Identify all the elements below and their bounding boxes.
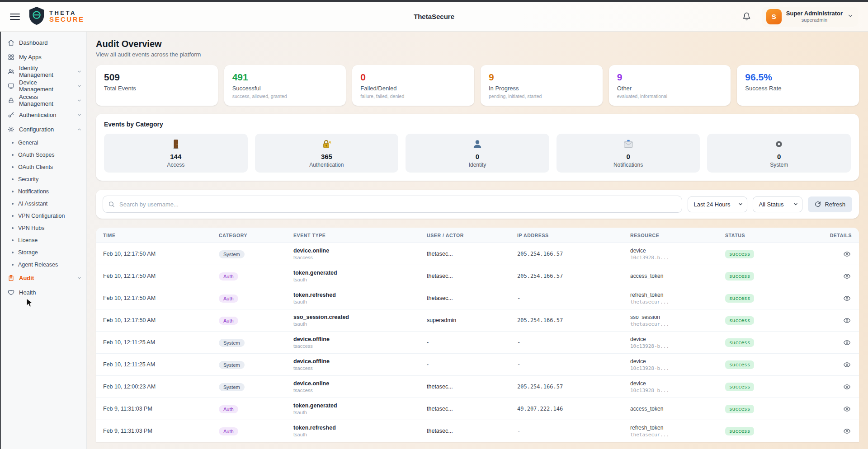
- window-left-edge: [0, 32, 1, 449]
- eye-icon[interactable]: [842, 382, 852, 392]
- sidebar-item-license[interactable]: License: [0, 234, 86, 246]
- cell-event-source: tsauth: [293, 410, 427, 415]
- sidebar-item-oauth-scopes[interactable]: OAuth Scopes: [0, 149, 86, 161]
- cell-resource: device: [630, 336, 725, 342]
- sidebar-item-vpn-hubs[interactable]: VPN Hubs: [0, 222, 86, 234]
- sidebar-item-dashboard[interactable]: Dashboard: [0, 35, 86, 50]
- cell-time: Feb 10, 12:00:23 AM: [103, 384, 219, 390]
- brand-logo[interactable]: THETA SECURE: [28, 6, 85, 27]
- status-select[interactable]: All Status: [753, 196, 802, 212]
- door-icon: [170, 139, 181, 151]
- cell-ip: 205.254.166.57: [517, 273, 630, 279]
- sidebar-item-notifications[interactable]: Notifications: [0, 185, 86, 197]
- chevron-icon: [77, 112, 82, 117]
- cell-event-source: tsauth: [293, 299, 427, 304]
- sidebar-item-ai-assistant[interactable]: AI Assistant: [0, 197, 86, 210]
- cell-user: thetasec...: [427, 406, 517, 412]
- category-badge: Auth: [219, 317, 238, 325]
- table-row[interactable]: Feb 10, 12:00:23 AM System device.online…: [96, 376, 859, 398]
- eye-icon[interactable]: [842, 426, 852, 436]
- bullet-dot-icon: [12, 154, 14, 156]
- category-grid: 144 Access 365 Authentication 0 Identity…: [104, 134, 851, 173]
- sidebar-item-security[interactable]: Security: [0, 173, 86, 185]
- stat-sublabel: pending, initiated, started: [489, 94, 594, 99]
- cell-resource-id: 10c13928-b...: [630, 388, 725, 393]
- notifications-bell-icon[interactable]: [741, 11, 753, 23]
- table-row[interactable]: Feb 10, 12:17:50 AM Auth token.refreshed…: [96, 287, 859, 309]
- table-row[interactable]: Feb 10, 12:17:50 AM Auth sso_session.cre…: [96, 309, 859, 332]
- category-tile-notifications[interactable]: 0 Notifications: [557, 134, 700, 173]
- refresh-button[interactable]: Refresh: [808, 196, 852, 212]
- page-title: Audit Overview: [96, 39, 859, 49]
- bullet-dot-icon: [12, 264, 14, 266]
- table-row[interactable]: Feb 10, 12:17:50 AM Auth token.generated…: [96, 265, 859, 287]
- eye-icon[interactable]: [842, 360, 852, 369]
- brand-name-bottom: SECURE: [49, 16, 85, 23]
- sidebar-item-label: AI Assistant: [18, 201, 47, 207]
- chevron-icon: [77, 276, 82, 281]
- mail-icon: [623, 139, 634, 151]
- table-row[interactable]: Feb 10, 12:17:50 AM System device.online…: [96, 243, 859, 265]
- eye-icon[interactable]: [842, 337, 852, 347]
- table-row[interactable]: Feb 9, 11:31:03 PM Auth token.refreshed …: [96, 420, 859, 442]
- category-tile-system[interactable]: 0 System: [707, 134, 851, 173]
- category-tile-authentication[interactable]: 365 Authentication: [255, 134, 399, 173]
- category-tile-identity[interactable]: 0 Identity: [406, 134, 549, 173]
- sidebar-item-label: Security: [18, 176, 38, 182]
- bullet-dot-icon: [12, 166, 14, 168]
- cell-event-type: token.refreshed: [293, 425, 427, 431]
- cell-ip: 49.207.222.146: [517, 406, 630, 412]
- search-icon: [108, 201, 115, 208]
- category-count: 365: [321, 153, 332, 160]
- status-badge: success: [725, 250, 754, 258]
- eye-icon[interactable]: [842, 293, 852, 303]
- search-input[interactable]: [103, 196, 682, 213]
- stat-label: Success Rate: [745, 85, 851, 92]
- category-badge: Auth: [219, 295, 238, 303]
- sidebar-item-audit[interactable]: Audit: [0, 271, 86, 285]
- events-by-category-title: Events by Category: [104, 121, 851, 128]
- eye-icon[interactable]: [842, 315, 852, 325]
- status-badge: success: [725, 383, 754, 391]
- sidebar-item-agent-releases[interactable]: Agent Releases: [0, 258, 86, 271]
- sidebar-item-device-management[interactable]: Device Management: [0, 79, 86, 93]
- sidebar-item-configuration[interactable]: Configuration: [0, 122, 86, 136]
- person-icon: [472, 139, 483, 151]
- sidebar-item-label: VPN Configuration: [18, 213, 65, 219]
- eye-icon[interactable]: [842, 271, 852, 281]
- category-badge: Auth: [219, 427, 238, 435]
- sidebar-item-label: Authentication: [19, 112, 56, 118]
- table-row[interactable]: Feb 10, 12:11:25 AM System device.offlin…: [96, 332, 859, 354]
- cell-ip: -: [517, 361, 630, 368]
- eye-icon[interactable]: [842, 249, 852, 259]
- search-box: [103, 196, 682, 213]
- cell-event-type: token.generated: [293, 270, 427, 276]
- hamburger-menu-icon[interactable]: [10, 14, 20, 20]
- bullet-dot-icon: [12, 239, 14, 241]
- sidebar-item-authentication[interactable]: Authentication: [0, 108, 86, 122]
- stat-label: Successful: [232, 85, 338, 92]
- table-row[interactable]: Feb 9, 11:31:03 PM Auth token.generated …: [96, 398, 859, 420]
- cell-time: Feb 10, 12:17:50 AM: [103, 251, 219, 257]
- cell-event-source: tsauth: [293, 277, 427, 282]
- table-row[interactable]: Feb 10, 12:11:25 AM System device.offlin…: [96, 354, 859, 376]
- category-badge: System: [219, 339, 245, 347]
- eye-icon[interactable]: [842, 404, 852, 414]
- category-count: 0: [476, 153, 479, 160]
- cell-event-type: device.online: [293, 380, 427, 387]
- page-subtitle: View all audit events across the platfor…: [96, 51, 859, 58]
- sidebar-item-identity-management[interactable]: Identity Management: [0, 64, 86, 79]
- category-tile-access[interactable]: 144 Access: [104, 134, 248, 173]
- sidebar-item-oauth-clients[interactable]: OAuth Clients: [0, 161, 86, 173]
- sidebar-item-health[interactable]: Health: [0, 285, 86, 299]
- sidebar-item-storage[interactable]: Storage: [0, 246, 86, 258]
- sidebar-item-vpn-configuration[interactable]: VPN Configuration: [0, 210, 86, 222]
- chevron-icon: [77, 84, 82, 89]
- time-range-select[interactable]: Last 24 Hours: [688, 196, 747, 212]
- sidebar-item-my-apps[interactable]: My Apps: [0, 50, 86, 64]
- cell-resource-id: thetasecur...: [630, 321, 725, 327]
- sidebar-item-general[interactable]: General: [0, 136, 86, 149]
- stat-card-total-events: 509 Total Events: [96, 65, 218, 106]
- user-menu[interactable]: S Super Administrator superadmin: [762, 7, 858, 27]
- sidebar-item-access-management[interactable]: Access Management: [0, 93, 86, 108]
